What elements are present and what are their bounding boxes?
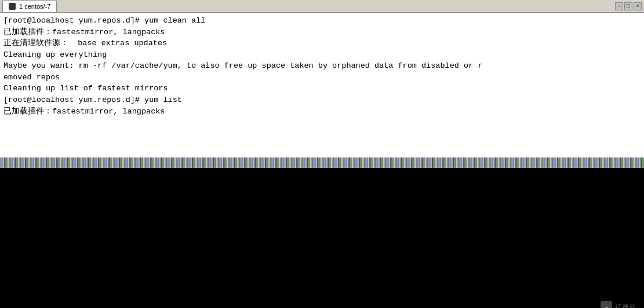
- terminal-line: 已加载插件：fastestmirror, langpacks: [3, 27, 641, 38]
- terminal-body: [root@localhost yum.repos.d]# yum clean …: [0, 13, 644, 157]
- terminal-tab[interactable]: 1 centos/-7: [2, 1, 57, 12]
- tab-label: 1 centos/-7: [19, 3, 50, 10]
- glitch-bar: [0, 157, 644, 168]
- maximize-button[interactable]: □: [624, 2, 632, 10]
- black-section: ☁ 亿速云: [0, 168, 644, 308]
- title-bar: 1 centos/-7 − □ ×: [0, 0, 644, 13]
- terminal-line: [root@localhost yum.repos.d]# yum clean …: [3, 15, 641, 27]
- terminal-line: Cleaning up list of fastest mirrors: [3, 83, 641, 94]
- tab-icon: [9, 3, 16, 10]
- terminal-line: Cleaning up everything: [3, 49, 641, 61]
- watermark-text: 亿速云: [615, 302, 636, 309]
- terminal-line: 正在清理软件源： base extras updates: [3, 38, 641, 49]
- minimize-button[interactable]: −: [615, 2, 623, 10]
- watermark-icon: ☁: [601, 301, 612, 308]
- terminal-line: emoved repos: [3, 72, 641, 83]
- watermark: ☁ 亿速云: [601, 301, 636, 308]
- cloud-icon: ☁: [603, 304, 609, 309]
- close-button[interactable]: ×: [634, 2, 642, 10]
- terminal-line: [root@localhost yum.repos.d]# yum list: [3, 94, 641, 106]
- terminal-line: Maybe you want: rm -rf /var/cache/yum, t…: [3, 60, 641, 72]
- terminal-line: 已加载插件：fastestmirror, langpacks: [3, 106, 641, 118]
- title-bar-controls: − □ ×: [615, 2, 642, 10]
